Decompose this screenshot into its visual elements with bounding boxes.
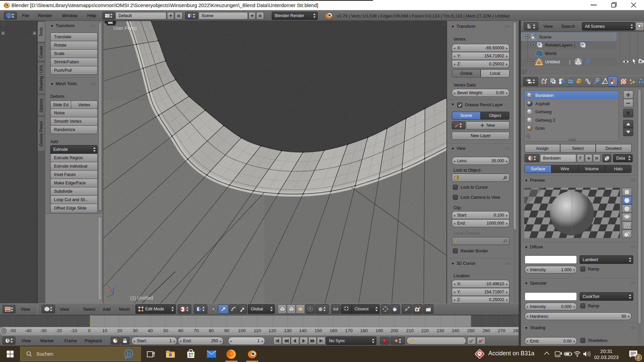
svg-text:i: i — [8, 14, 9, 18]
svg-text:(1) Untitled: (1) Untitled — [130, 295, 153, 301]
svg-text:x: x — [108, 284, 110, 288]
svg-text:User Persp: User Persp — [113, 25, 137, 31]
svg-text:z: z — [114, 284, 116, 288]
